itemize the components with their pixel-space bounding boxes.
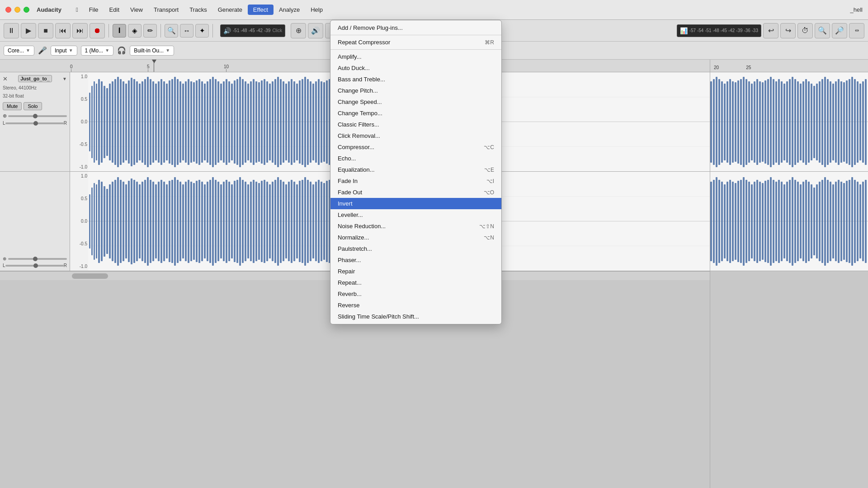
menu-tracks[interactable]: Tracks bbox=[184, 5, 212, 15]
menu-item-leveller[interactable]: Leveller... bbox=[330, 209, 501, 221]
track-2-pan-slider[interactable] bbox=[5, 265, 64, 267]
menu-item-repair[interactable]: Repair bbox=[330, 266, 501, 277]
zoom-tool[interactable]: 🔍 bbox=[165, 24, 178, 38]
menu-items-container: Add / Remove Plug-ins...Repeat Compresso… bbox=[330, 22, 501, 322]
track-1-name[interactable]: Just_go_to_ bbox=[18, 75, 52, 82]
toolbar-separator-2 bbox=[160, 24, 161, 38]
stop-button[interactable]: ■ bbox=[38, 23, 53, 38]
svg-rect-338 bbox=[830, 182, 831, 261]
menu-item-reverb[interactable]: Reverb... bbox=[330, 288, 501, 300]
record-button[interactable]: ⏺ bbox=[90, 23, 105, 38]
menu-item-compressor[interactable]: Compressor...⌥C bbox=[330, 141, 501, 153]
menu-item-auto-duck[interactable]: Auto Duck... bbox=[330, 62, 501, 74]
menu-item-paulstretch[interactable]: Paulstretch... bbox=[330, 243, 501, 254]
menu-separator bbox=[330, 35, 501, 35]
svg-rect-351 bbox=[865, 180, 867, 263]
mute-button[interactable]: Mute bbox=[3, 102, 22, 110]
svg-rect-313 bbox=[762, 183, 764, 260]
menu-item-repeat[interactable]: Repeat... bbox=[330, 277, 501, 288]
audio-host-select[interactable]: Core... ▼ bbox=[4, 46, 34, 56]
menu-item-sliding-time-scale[interactable]: Sliding Time Scale/Pitch Shift... bbox=[330, 311, 501, 322]
svg-rect-15 bbox=[117, 77, 119, 167]
multitool[interactable]: ✦ bbox=[195, 24, 209, 38]
pan-thumb[interactable] bbox=[33, 121, 38, 126]
menu-item-normalize[interactable]: Normalize...⌥N bbox=[330, 232, 501, 243]
pencil-tool[interactable]: ✏ bbox=[143, 24, 157, 38]
redo-button[interactable]: ↪ bbox=[780, 23, 796, 38]
close-button[interactable] bbox=[5, 7, 11, 13]
envelope-tool[interactable]: ◈ bbox=[128, 24, 142, 38]
click-label[interactable]: Click bbox=[272, 28, 282, 33]
menu-analyze[interactable]: Analyze bbox=[274, 5, 305, 15]
menu-item-classic-filters[interactable]: Classic Filters... bbox=[330, 119, 501, 130]
track-2-gain-slider[interactable] bbox=[8, 258, 67, 260]
fit-button[interactable]: ⇔ bbox=[849, 23, 864, 38]
menu-transport[interactable]: Transport bbox=[148, 5, 184, 15]
menu-item-echo[interactable]: Echo... bbox=[330, 153, 501, 164]
menu-item-amplify[interactable]: Amplify... bbox=[330, 51, 501, 62]
svg-rect-4 bbox=[89, 93, 90, 151]
menu-generate[interactable]: Generate bbox=[212, 5, 248, 15]
menu-item-phaser[interactable]: Phaser... bbox=[330, 254, 501, 266]
minimize-button[interactable] bbox=[14, 7, 20, 13]
svg-rect-302 bbox=[732, 182, 734, 261]
maximize-button[interactable] bbox=[24, 7, 29, 13]
gain-slider[interactable] bbox=[8, 115, 67, 117]
input-device-select[interactable]: Input ▼ bbox=[51, 46, 77, 56]
track-2-gain-thumb[interactable] bbox=[33, 257, 38, 261]
skip-end-button[interactable]: ⏭ bbox=[72, 23, 88, 38]
timeshift-tool[interactable]: ↔ bbox=[180, 24, 193, 38]
menu-view[interactable]: View bbox=[125, 5, 148, 15]
svg-rect-257 bbox=[773, 79, 774, 165]
pan-slider[interactable] bbox=[5, 122, 64, 124]
channels-select[interactable]: 1 (Mo... ▼ bbox=[81, 46, 114, 56]
svg-rect-342 bbox=[840, 182, 842, 261]
svg-rect-63 bbox=[247, 84, 249, 160]
menu-item-add-remove-plugins[interactable]: Add / Remove Plug-ins... bbox=[330, 22, 501, 33]
track-2-pan-thumb[interactable] bbox=[33, 263, 38, 268]
solo-button[interactable]: Solo bbox=[24, 102, 42, 110]
svg-rect-31 bbox=[160, 79, 162, 165]
svg-rect-267 bbox=[800, 84, 802, 160]
menu-item-change-tempo[interactable]: Change Tempo... bbox=[330, 108, 501, 119]
menu-item-change-pitch[interactable]: Change Pitch... bbox=[330, 85, 501, 96]
menu-item-fade-in[interactable]: Fade In⌥I bbox=[330, 175, 501, 187]
menu-item-invert[interactable]: Invert bbox=[330, 198, 501, 209]
skip-start-button[interactable]: ⏮ bbox=[55, 23, 71, 38]
svg-rect-142 bbox=[147, 177, 149, 266]
volume-button[interactable]: 🔊 bbox=[308, 23, 323, 38]
menu-item-noise-reduction[interactable]: Noise Reduction...⌥⇧N bbox=[330, 221, 501, 232]
track-1-close[interactable]: ✕ bbox=[3, 75, 8, 82]
svg-rect-45 bbox=[198, 79, 200, 165]
track-2-gain: ⊕ bbox=[3, 256, 67, 261]
svg-rect-87 bbox=[312, 84, 314, 160]
scrollbar-thumb[interactable] bbox=[72, 273, 108, 279]
menu-item-click-removal[interactable]: Click Removal... bbox=[330, 130, 501, 141]
menu-item-fade-out[interactable]: Fade Out⌥O bbox=[330, 187, 501, 198]
menu-item-label-noise-reduction: Noise Reduction... bbox=[338, 223, 386, 230]
gain-button[interactable]: ⊕ bbox=[291, 23, 306, 38]
menu-item-change-speed[interactable]: Change Speed... bbox=[330, 96, 501, 108]
zoom-out-button[interactable]: 🔎 bbox=[832, 23, 847, 38]
menu-help[interactable]: Help bbox=[305, 5, 328, 15]
menu-item-repeat-compressor[interactable]: Repeat Compressor⌘R bbox=[330, 37, 501, 48]
svg-rect-282 bbox=[840, 81, 842, 163]
menu-item-bass-treble[interactable]: Bass and Treble... bbox=[330, 74, 501, 85]
undo-button[interactable]: ↩ bbox=[763, 23, 778, 38]
zoom-in-button[interactable]: 🔍 bbox=[815, 23, 830, 38]
menu-edit[interactable]: Edit bbox=[104, 5, 125, 15]
svg-rect-172 bbox=[228, 182, 230, 261]
menu-effect[interactable]: Effect bbox=[248, 5, 274, 15]
select-tool[interactable]: I bbox=[113, 24, 126, 38]
timer-button[interactable]: ⏱ bbox=[797, 23, 813, 38]
menu-item-reverse[interactable]: Reverse bbox=[330, 300, 501, 311]
menu-file[interactable]: File bbox=[84, 5, 104, 15]
track-1-menu-arrow[interactable]: ▼ bbox=[62, 76, 67, 81]
menu-item-equalization[interactable]: Equalization...⌥E bbox=[330, 164, 501, 175]
svg-rect-300 bbox=[726, 182, 728, 261]
play-button[interactable]: ▶ bbox=[21, 23, 36, 38]
menu-apple[interactable]:  bbox=[71, 5, 84, 15]
pause-button[interactable]: ⏸ bbox=[4, 23, 19, 38]
output-device-select[interactable]: Built-in Ou... ▼ bbox=[130, 46, 174, 56]
gain-thumb[interactable] bbox=[33, 114, 38, 118]
